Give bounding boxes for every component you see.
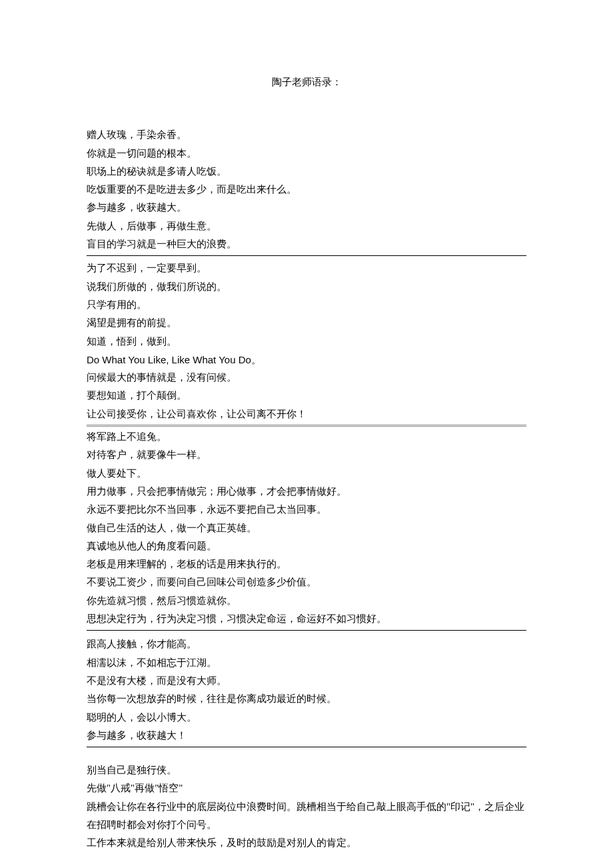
section-separator [87, 747, 526, 747]
quote-line: 做人要处下。 [87, 465, 526, 483]
quote-line: 为了不迟到，一定要早到。 [87, 259, 526, 277]
quote-line: 参与越多，收获越大！ [87, 727, 526, 745]
quote-section: 将军路上不追兔。对待客户，就要像牛一样。做人要处下。用力做事，只会把事情做完；用… [87, 428, 526, 628]
document-title: 陶子老师语录： [87, 73, 526, 91]
quote-line: 跳槽会让你在各行业中的底层岗位中浪费时间。跳槽相当于给自己敲上眼高手低的"印记"… [87, 798, 526, 835]
section-separator [87, 630, 526, 631]
section-separator [87, 425, 526, 425]
quote-line: 跟高人接触，你才能高。 [87, 635, 526, 653]
quote-line: 你先造就习惯，然后习惯造就你。 [87, 592, 526, 610]
quote-line: 别当自己是独行侠。 [87, 761, 526, 779]
quote-line: 真诚地从他人的角度看问题。 [87, 537, 526, 555]
quote-line: 知道，悟到，做到。 [87, 333, 526, 351]
quote-line: 吃饭重要的不是吃进去多少，而是吃出来什么。 [87, 181, 526, 199]
quote-line: 永远不要把比尔不当回事，永远不要把自己太当回事。 [87, 501, 526, 519]
quote-line: 赠人玫瑰，手染余香。 [87, 126, 526, 144]
quote-line: 先做人，后做事，再做生意。 [87, 217, 526, 235]
quote-line: 只学有用的。 [87, 296, 526, 314]
quote-line: 老板是用来理解的，老板的话是用来执行的。 [87, 555, 526, 573]
quote-line: 说我们所做的，做我们所说的。 [87, 278, 526, 296]
quote-line: 让公司接受你，让公司喜欢你，让公司离不开你！ [87, 405, 526, 423]
quote-section: 为了不迟到，一定要早到。说我们所做的，做我们所说的。只学有用的。渴望是拥有的前提… [87, 259, 526, 423]
quote-line: 盲目的学习就是一种巨大的浪费。 [87, 235, 526, 253]
quote-line: 先做"八戒"再做"悟空" [87, 779, 526, 797]
quote-line: 思想决定行为，行为决定习惯，习惯决定命运，命运好不如习惯好。 [87, 610, 526, 628]
quote-line: 工作本来就是给别人带来快乐，及时的鼓励是对别人的肯定。 [87, 834, 526, 852]
quote-line: 职场上的秘诀就是多请人吃饭。 [87, 163, 526, 181]
section-separator [87, 426, 526, 427]
quote-line: 参与越多，收获越大。 [87, 199, 526, 217]
quote-section: 赠人玫瑰，手染余香。你就是一切问题的根本。职场上的秘诀就是多请人吃饭。吃饭重要的… [87, 126, 526, 253]
quote-line: 问候最大的事情就是，没有问候。 [87, 369, 526, 387]
quote-section: 别当自己是独行侠。先做"八戒"再做"悟空"跳槽会让你在各行业中的底层岗位中浪费时… [87, 761, 526, 852]
quote-line: 做自己生活的达人，做一个真正英雄。 [87, 519, 526, 537]
section-separator [87, 255, 526, 256]
quote-line: 当你每一次想放弃的时候，往往是你离成功最近的时候。 [87, 690, 526, 708]
quote-line: 不是没有大楼，而是没有大师。 [87, 672, 526, 690]
document-content: 赠人玫瑰，手染余香。你就是一切问题的根本。职场上的秘诀就是多请人吃饭。吃饭重要的… [87, 126, 526, 852]
quote-line: 用力做事，只会把事情做完；用心做事，才会把事情做好。 [87, 483, 526, 501]
quote-line: 对待客户，就要像牛一样。 [87, 446, 526, 464]
quote-line: 聪明的人，会以小博大。 [87, 709, 526, 727]
quote-section: 跟高人接触，你才能高。相濡以沫，不如相忘于江湖。不是没有大楼，而是没有大师。当你… [87, 635, 526, 745]
quote-line: 你就是一切问题的根本。 [87, 145, 526, 163]
quote-line: 不要说工资少，而要问自己回味公司创造多少价值。 [87, 573, 526, 591]
quote-line: 渴望是拥有的前提。 [87, 314, 526, 332]
quote-line: 相濡以沫，不如相忘于江湖。 [87, 654, 526, 672]
quote-line: Do What You Like, Like What You Do。 [87, 351, 526, 369]
quote-line: 要想知道，打个颠倒。 [87, 387, 526, 405]
quote-line: 将军路上不追兔。 [87, 428, 526, 446]
